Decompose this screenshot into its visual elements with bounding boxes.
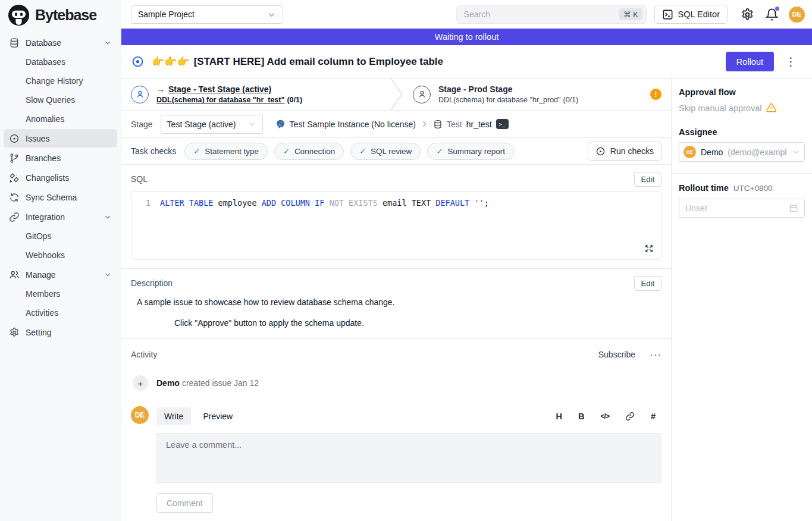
stage-card-test[interactable]: →Stage - Test Stage (active) DDL(schema)… — [121, 79, 390, 110]
stage-selector-row: Stage Test Stage (active) Test Sample In… — [121, 111, 671, 138]
open-in-sql-editor-icon[interactable]: >_ — [496, 119, 509, 129]
task-check-pill[interactable]: ✓Connection — [274, 143, 344, 160]
hash-format-icon[interactable]: # — [651, 412, 656, 421]
composer-toolbar: Write Preview H B </> # — [156, 406, 661, 426]
link-icon — [9, 212, 20, 222]
project-select-value: Sample Project — [138, 10, 195, 19]
play-circle-icon — [595, 146, 606, 156]
assignee-select[interactable]: DE Demo (demo@example — [679, 142, 805, 162]
sql-editor-button[interactable]: SQL Editor — [654, 5, 728, 24]
more-options-icon[interactable]: ··· — [650, 350, 661, 360]
assignee-avatar: DE — [684, 146, 696, 158]
comment-input[interactable] — [156, 433, 661, 483]
subscribe-button[interactable]: Subscribe — [598, 350, 635, 359]
sidebar-item-database[interactable]: Database — [4, 33, 117, 52]
environment-label: Test — [447, 120, 462, 129]
database-icon — [9, 37, 20, 48]
refresh-icon — [9, 192, 20, 203]
issue-header: 👉👉👉[START HERE] Add email column to Empl… — [121, 45, 812, 79]
chevron-down-icon — [104, 39, 112, 47]
person-circle-icon — [413, 86, 431, 103]
stage-label: Stage — [131, 120, 153, 129]
stage-separator — [390, 79, 403, 110]
person-circle-icon — [131, 86, 149, 103]
notifications-bell-button[interactable] — [765, 8, 779, 21]
sql-code-line: 1ALTER TABLE employee ADD COLUMN IF NOT … — [131, 198, 661, 208]
edit-sql-button[interactable]: Edit — [634, 172, 661, 187]
status-banner: Waiting to rollout — [121, 29, 812, 45]
activity-text: created issue Jan 12 — [182, 378, 259, 388]
comment-submit-button[interactable]: Comment — [156, 493, 213, 513]
code-format-icon[interactable]: </> — [601, 412, 609, 420]
page-title: 👉👉👉[START HERE] Add email column to Empl… — [152, 55, 718, 68]
tab-write[interactable]: Write — [156, 407, 191, 425]
sidebar-item-manage[interactable]: Manage — [4, 265, 117, 284]
sidebar-item-issues[interactable]: Issues — [4, 129, 117, 147]
sql-editor[interactable]: 1ALTER TABLE employee ADD COLUMN IF NOT … — [131, 191, 661, 260]
git-branch-icon — [9, 153, 20, 164]
bold-format-icon[interactable]: B — [578, 412, 584, 421]
sidebar-item-slow-queries[interactable]: Slow Queries — [4, 91, 117, 109]
issue-sidebar: Approval flow Skip manual approval Assig… — [671, 79, 812, 521]
heading-format-icon[interactable]: H — [556, 412, 562, 421]
breadcrumb: Test Sample Instance (No license) Test h… — [275, 119, 509, 129]
plus-icon: + — [133, 375, 148, 391]
assignee-label: Assignee — [679, 127, 805, 137]
sidebar-item-setting[interactable]: Setting — [4, 323, 117, 341]
sidebar-item-anomalies[interactable]: Anomalies — [4, 110, 117, 128]
activity-section: Activity Subscribe ··· + Democreated iss… — [121, 339, 671, 520]
database-name[interactable]: hr_test — [466, 120, 492, 129]
rollout-time-input[interactable]: Unset — [679, 199, 805, 218]
chevron-down-icon — [104, 213, 112, 221]
sidebar-item-integration[interactable]: Integration — [4, 208, 117, 226]
postgresql-icon — [275, 119, 286, 129]
user-avatar[interactable]: DE — [789, 7, 805, 23]
sidebar-item-change-history[interactable]: Change History — [4, 72, 117, 90]
sidebar-item-gitops[interactable]: GitOps — [4, 227, 117, 245]
approval-flow-label: Approval flow — [679, 87, 805, 97]
tab-preview[interactable]: Preview — [195, 407, 240, 425]
search-input[interactable] — [464, 10, 620, 19]
brand-logo[interactable]: Bytebase — [0, 0, 121, 30]
description-text: Click "Approve" button to apply the sche… — [174, 318, 661, 328]
stage-card-prod[interactable]: Stage - Prod Stage DDL(schema) for datab… — [403, 79, 671, 110]
check-icon: ✓ — [193, 147, 200, 156]
settings-gear-button[interactable] — [741, 8, 754, 21]
search-box[interactable]: ⌘ K — [456, 5, 647, 24]
check-icon: ✓ — [359, 147, 366, 156]
sidebar-item-members[interactable]: Members — [4, 285, 117, 303]
project-select[interactable]: Sample Project — [131, 5, 283, 24]
topbar: Sample Project ⌘ K SQL Editor DE — [121, 0, 812, 29]
sidebar-nav: Database Databases Change History Slow Q… — [0, 30, 121, 341]
stage-select[interactable]: Test Stage (active) — [161, 115, 263, 134]
sidebar-item-activities[interactable]: Activities — [4, 304, 117, 322]
edit-description-button[interactable]: Edit — [634, 276, 661, 291]
notification-dot — [775, 7, 779, 11]
approval-flow-value: Skip manual approval — [679, 102, 805, 114]
task-check-pill[interactable]: ✓SQL review — [350, 143, 421, 160]
chevron-down-icon — [791, 147, 800, 156]
sql-section-title: SQL — [131, 174, 148, 184]
sidebar-item-branches[interactable]: Branches — [4, 149, 117, 167]
stage-card-text: →Stage - Test Stage (active) DDL(schema)… — [156, 84, 302, 104]
task-check-pill[interactable]: ✓Summary report — [427, 143, 514, 160]
kebab-menu-icon[interactable]: ⋮ — [782, 55, 800, 68]
sidebar-item-databases[interactable]: Databases — [4, 53, 117, 71]
task-check-pill[interactable]: ✓Statement type — [184, 143, 268, 160]
sidebar-item-changelists[interactable]: Changelists — [4, 168, 117, 187]
warning-triangle-icon — [766, 102, 777, 114]
warning-badge: ! — [650, 89, 661, 100]
link-format-icon[interactable] — [625, 412, 635, 421]
sidebar-item-sync-schema[interactable]: Sync Schema — [4, 188, 117, 206]
run-checks-button[interactable]: Run checks — [588, 142, 661, 161]
rollout-button[interactable]: Rollout — [726, 52, 774, 71]
current-stage-arrow: → — [156, 84, 165, 94]
formatting-tools: H B </> # — [556, 412, 661, 421]
expand-editor-icon[interactable] — [644, 244, 654, 253]
activity-section-title: Activity — [131, 350, 598, 359]
description-section: Description Edit A sample issue to showc… — [121, 269, 671, 339]
main-content: →Stage - Test Stage (active) DDL(schema)… — [121, 79, 671, 521]
instance-name[interactable]: Test Sample Instance (No license) — [290, 120, 416, 129]
sidebar: Bytebase Database Databases Change Histo… — [0, 0, 121, 521]
sidebar-item-webhooks[interactable]: Webhooks — [4, 246, 117, 264]
